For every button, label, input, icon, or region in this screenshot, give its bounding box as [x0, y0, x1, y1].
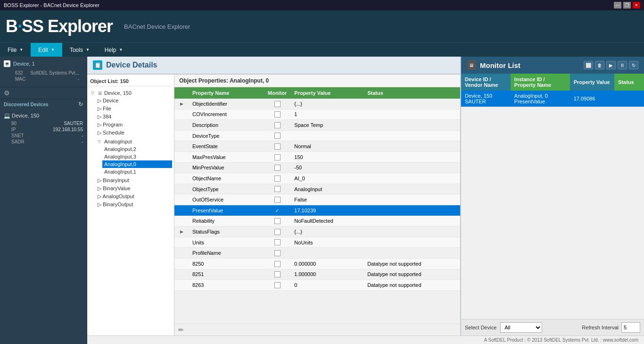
tree-children-analoginput: AnalogInput,2 AnalogInput,3 AnalogInput,…	[96, 145, 172, 176]
monitor-btn-delete[interactable]: 🗑	[595, 61, 604, 69]
monitor-cell-value: 17.09086	[570, 91, 614, 107]
tree-leaf-binaryinput[interactable]: ▷ BinaryInput	[96, 176, 172, 185]
tree-leaf-ai2[interactable]: AnalogInput,2	[102, 145, 172, 153]
table-row[interactable]: 82500.000000Datatype not supported	[174, 258, 460, 269]
table-row[interactable]: ▶StatusFlags{...}	[174, 227, 460, 237]
monitor-checkbox[interactable]	[274, 261, 281, 267]
monitor-checkbox[interactable]	[274, 165, 281, 171]
cell-property-name: EventState	[189, 141, 264, 152]
monitor-checkbox[interactable]	[274, 229, 281, 235]
monitor-table-row[interactable]: Device, 150SAUTER AnalogInput, 0PresentV…	[461, 91, 644, 107]
cell-monitor[interactable]	[264, 258, 290, 269]
cell-monitor[interactable]	[264, 162, 290, 173]
tree-leaf-schedule[interactable]: ▷ Schedule	[96, 129, 172, 137]
menu-help[interactable]: Help ▼	[97, 43, 131, 57]
tree-leaf-file[interactable]: ▷ File	[96, 105, 172, 113]
refresh-icon[interactable]: ↻	[78, 101, 83, 108]
monitor-checkbox[interactable]	[274, 122, 281, 128]
monitor-checkbox[interactable]	[274, 250, 281, 256]
tree-node-analoginput[interactable]: ▽ AnalogInput AnalogInput,2 AnalogInput,…	[96, 137, 172, 176]
close-button[interactable]: ✕	[633, 2, 640, 8]
monitor-checkbox[interactable]	[274, 282, 281, 288]
cell-monitor[interactable]	[264, 194, 290, 205]
tree-leaf-binaryoutput[interactable]: ▷ BinaryOutput	[96, 201, 172, 209]
table-row[interactable]: 82511.000000Datatype not supported	[174, 269, 460, 280]
cell-monitor[interactable]	[264, 227, 290, 237]
sidebar-device-row: 💻 Device, 1	[4, 59, 83, 68]
monitor-checkbox[interactable]	[274, 133, 281, 139]
maximize-button[interactable]: ❐	[623, 2, 631, 8]
list-item[interactable]: 💻 Device, 150	[0, 111, 87, 120]
menu-edit[interactable]: Edit ▼	[31, 43, 62, 57]
monitor-checkbox[interactable]	[274, 197, 281, 203]
menu-file[interactable]: File ▼	[0, 43, 31, 57]
table-row[interactable]: UnitsNoUnits	[174, 237, 460, 248]
refresh-interval-input[interactable]	[621, 322, 640, 333]
monitor-btn-refresh[interactable]: ↻	[629, 61, 638, 69]
gear-icon[interactable]: ⚙	[4, 89, 10, 97]
cell-monitor[interactable]	[264, 151, 290, 162]
cell-monitor[interactable]	[264, 120, 290, 131]
cell-monitor[interactable]: ✓	[264, 205, 290, 216]
monitor-checkbox[interactable]	[274, 239, 281, 245]
cell-monitor[interactable]	[264, 109, 290, 120]
tree-leaf-ai3[interactable]: AnalogInput,3	[102, 153, 172, 160]
tree-leaf-analogoutput[interactable]: ▷ AnalogOutput	[96, 193, 172, 201]
pencil-icon[interactable]: ✏	[178, 326, 184, 334]
table-row[interactable]: DeviceType	[174, 130, 460, 141]
cell-monitor[interactable]	[264, 269, 290, 280]
cell-monitor[interactable]	[264, 248, 290, 259]
monitor-checkbox[interactable]	[274, 143, 281, 150]
cell-monitor[interactable]	[264, 141, 290, 152]
tree-node-label-root[interactable]: ▽ 🖥 Device, 150	[89, 89, 172, 97]
table-row[interactable]: DescriptionSpace Temp	[174, 120, 460, 131]
tree-node-root[interactable]: ▽ 🖥 Device, 150 ▷ Device ▷ File ▷ 384 ▷ …	[89, 88, 172, 210]
table-row[interactable]: ObjectTypeAnalogInput	[174, 184, 460, 194]
table-row[interactable]: ▶ObjectIdentifier{...}	[174, 99, 460, 109]
monitor-checkbox[interactable]	[274, 218, 281, 224]
tree-leaf-program-icon: ▷	[98, 122, 103, 127]
tree-icon-root: 🖥	[98, 91, 102, 96]
monitor-checkbox[interactable]	[274, 101, 281, 107]
table-row[interactable]: ObjectNameAI_0	[174, 173, 460, 184]
monitor-checkbox[interactable]	[274, 271, 281, 277]
tree-leaf-program[interactable]: ▷ Program	[96, 121, 172, 129]
minimize-button[interactable]: —	[614, 2, 621, 8]
tree-node-label-analoginput[interactable]: ▽ AnalogInput	[96, 138, 172, 145]
tree-leaf-ai0[interactable]: AnalogInput,0	[102, 160, 172, 168]
monitor-cell-instance: AnalogInput, 0PresentValue	[511, 91, 570, 107]
table-row[interactable]: ProfileName	[174, 248, 460, 259]
cell-monitor[interactable]	[264, 130, 290, 141]
cell-monitor[interactable]	[264, 184, 290, 194]
select-device-dropdown[interactable]: All Device, 150	[500, 322, 542, 333]
tree-leaf-device[interactable]: ▷ Device	[96, 97, 172, 105]
monitor-checkbox[interactable]	[274, 111, 281, 117]
cell-status	[363, 162, 460, 173]
cell-monitor[interactable]	[264, 280, 290, 291]
monitor-btn-play[interactable]: ▶	[606, 61, 616, 69]
table-row[interactable]: OutOfServiceFalse	[174, 194, 460, 205]
menu-tools[interactable]: Tools ▼	[62, 43, 97, 57]
monitor-btn-pause[interactable]: ⏸	[618, 61, 627, 69]
cell-expand	[174, 130, 189, 141]
table-row[interactable]: 82630Datatype not supported	[174, 280, 460, 291]
table-row[interactable]: MinPresValue-50	[174, 162, 460, 173]
cell-monitor[interactable]	[264, 237, 290, 248]
table-row[interactable]: MaxPresValue150	[174, 151, 460, 162]
cell-monitor[interactable]	[264, 99, 290, 109]
tree-leaf-binaryvalue[interactable]: ▷ BinaryValue	[96, 185, 172, 193]
cell-monitor[interactable]	[264, 173, 290, 184]
monitor-checkbox[interactable]	[274, 186, 281, 192]
monitor-checkbox[interactable]	[274, 176, 281, 182]
table-row[interactable]: PresentValue✓17.10239	[174, 205, 460, 216]
tree-leaf-384[interactable]: ▷ 384	[96, 113, 172, 121]
monitor-checkbox[interactable]	[274, 154, 281, 160]
monitor-checkbox[interactable]: ✓	[274, 208, 281, 214]
table-row[interactable]: EventStateNormal	[174, 141, 460, 152]
sidebar-vendor-value: SoftDEL Systems Pvt...	[30, 70, 79, 76]
tree-leaf-ai1[interactable]: AnalogInput,1	[102, 168, 172, 176]
monitor-btn-windows[interactable]: ⬜	[584, 61, 593, 69]
table-row[interactable]: ReliabilityNoFaultDetected	[174, 216, 460, 227]
table-row[interactable]: COVIncrement1	[174, 109, 460, 120]
cell-monitor[interactable]	[264, 216, 290, 227]
